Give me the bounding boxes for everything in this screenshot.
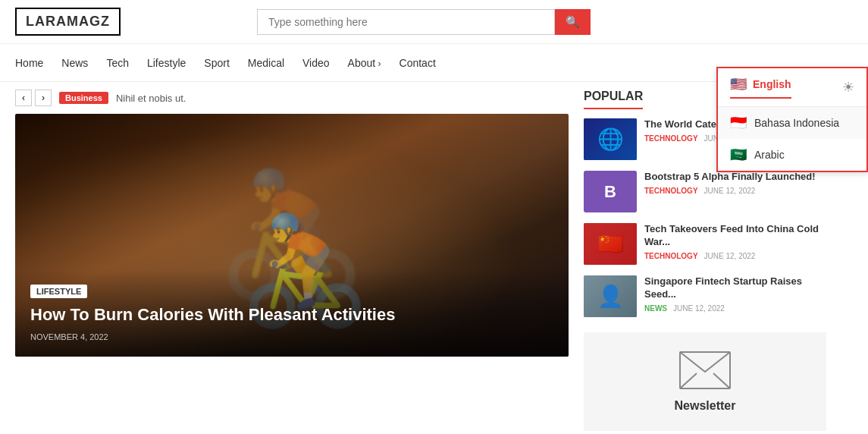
newsletter-envelope-icon [678,351,732,390]
popular-info-4: Singapore Fintech Startup Raises Seed...… [644,275,826,313]
main-article-card[interactable]: 🚴 LIFESTYLE How To Burn Calories With Pl… [15,114,569,357]
popular-meta-3: TECHNOLOGY JUNE 12, 2022 [644,252,826,260]
popular-tag-3: TECHNOLOGY [644,252,698,260]
bootstrap-icon: B [584,171,637,212]
popular-item[interactable]: B Bootstrap 5 Alpha Finally Launched! TE… [584,171,826,212]
indonesia-flag: 🇮🇩 [730,115,747,131]
popular-meta-4: NEWS JUNE 12, 2022 [644,304,826,313]
ticker-nav: ‹ › [15,90,52,106]
ticker-prev[interactable]: ‹ [15,90,32,106]
popular-thumb-4: 👤 [584,275,637,317]
popular-title-2: Bootstrap 5 Alpha Finally Launched! [644,171,826,184]
nav-item-lifestyle[interactable]: Lifestyle [147,57,186,69]
search-bar: 🔍 [257,9,591,35]
nav-item-tech[interactable]: Tech [106,57,129,69]
ticker: ‹ › Business Nihil et nobis ut. [15,90,569,106]
article-overlay: LIFESTYLE How To Burn Calories With Plea… [15,269,569,357]
lang-option-indonesia[interactable]: 🇮🇩 Bahasa Indonesia [718,107,866,139]
newsletter-label: Newsletter [602,399,808,413]
article-category: LIFESTYLE [30,285,87,298]
lang-header: 🇺🇸 English ☀ [718,68,866,107]
ticker-text: Nihil et nobis ut. [116,93,186,104]
arabic-flag: 🇸🇦 [730,146,747,163]
popular-thumb-3: 🇨🇳 [584,223,637,265]
site-logo: LARAMAGZ [15,8,121,36]
popular-thumb-2: B [584,171,637,212]
theme-toggle-icon[interactable]: ☀ [842,79,854,96]
popular-item[interactable]: 🇨🇳 Tech Takeovers Feed Into China Cold W… [584,223,826,265]
nav-item-about[interactable]: About [348,57,381,69]
popular-title-4: Singapore Fintech Startup Raises Seed... [644,275,826,301]
search-input[interactable] [257,9,555,35]
popular-title-3: Tech Takeovers Feed Into China Cold War.… [644,223,826,249]
article-title: How To Burn Calories With Pleasant Activ… [30,304,553,326]
ticker-badge: Business [59,92,108,104]
popular-info-3: Tech Takeovers Feed Into China Cold War.… [644,223,826,260]
svg-line-2 [713,373,730,388]
ticker-next[interactable]: › [35,90,52,106]
active-flag: 🇺🇸 [730,76,747,93]
popular-date-3: JUNE 12, 2022 [704,252,756,260]
popular-tag-4: NEWS [644,304,667,313]
popular-date-2: JUNE 12, 2022 [704,187,756,195]
popular-item[interactable]: 👤 Singapore Fintech Startup Raises Seed.… [584,275,826,317]
nav-item-medical[interactable]: Medical [248,57,284,69]
newsletter-widget: Newsletter [584,332,826,431]
article-date: NOVEMBER 4, 2022 [30,332,553,341]
popular-thumb-1: 🌐 [584,118,637,160]
nav-item-home[interactable]: Home [15,57,43,69]
svg-line-1 [680,373,697,388]
lang-option-arabic[interactable]: 🇸🇦 Arabic [718,139,866,171]
popular-tag-1: TECHNOLOGY [644,134,698,143]
nav-item-news[interactable]: News [61,57,88,69]
nav-item-contact[interactable]: Contact [400,57,436,69]
lang-active-option[interactable]: 🇺🇸 English [730,76,791,99]
main-content: ‹ › Business Nihil et nobis ut. 🚴 LIFEST… [15,90,569,431]
popular-info-2: Bootstrap 5 Alpha Finally Launched! TECH… [644,171,826,195]
popular-heading: POPULAR [584,90,643,109]
search-button[interactable]: 🔍 [555,9,591,35]
nav-item-sport[interactable]: Sport [204,57,229,69]
arabic-label: Arabic [754,149,785,161]
indonesia-label: Bahasa Indonesia [754,117,839,129]
popular-date-4: JUNE 12, 2022 [673,304,725,313]
popular-tag-2: TECHNOLOGY [644,187,698,195]
active-lang-label: English [753,78,791,90]
nav-item-video[interactable]: Video [302,57,330,69]
language-dropdown: 🇺🇸 English ☀ 🇮🇩 Bahasa Indonesia 🇸🇦 Arab… [716,67,868,172]
popular-meta-2: TECHNOLOGY JUNE 12, 2022 [644,187,826,195]
header: LARAMAGZ 🔍 [0,0,868,44]
